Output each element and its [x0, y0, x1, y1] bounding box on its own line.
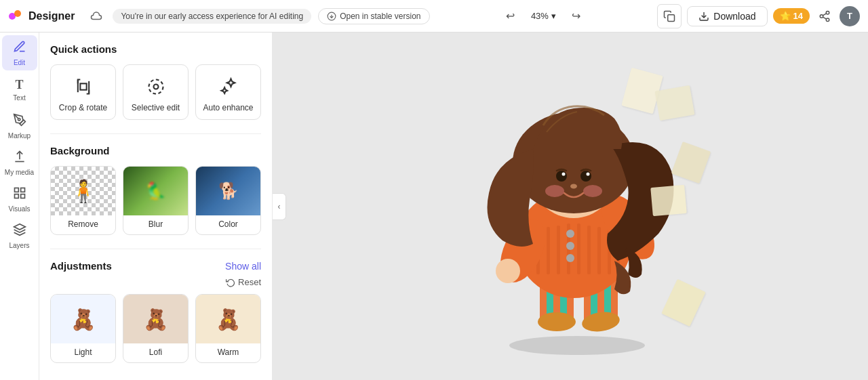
color-figure: 🐕 — [218, 182, 239, 200]
svg-marker-17 — [14, 224, 25, 229]
auto-enhance-icon — [216, 75, 241, 99]
crop-rotate-label: Crop & rotate — [59, 103, 107, 112]
svg-rect-42 — [597, 227, 601, 274]
crop-rotate-icon — [71, 75, 96, 99]
sidebar-item-label-layers: Layers — [9, 242, 29, 249]
svg-point-61 — [583, 185, 602, 197]
redo-button[interactable]: ↪ — [567, 7, 586, 26]
bg-blur-label: Blur — [123, 215, 188, 234]
collapse-handle[interactable]: ‹ — [273, 193, 286, 220]
sidebar-item-label-text: Text — [13, 94, 25, 102]
reset-button[interactable]: Reset — [226, 277, 261, 287]
auto-enhance-label: Auto enhance — [203, 103, 253, 112]
background-title: Background — [50, 145, 261, 156]
undo-button[interactable]: ↩ — [501, 7, 520, 26]
bg-remove-label: Remove — [51, 215, 115, 234]
adj-thumb-warm: 🧸 — [196, 295, 260, 343]
svg-point-6 — [820, 14, 823, 18]
adjustments-header: Adjustments Show all — [50, 260, 261, 272]
sidebar-item-label-edit: Edit — [14, 59, 25, 66]
sidebar-item-text[interactable]: T Text — [2, 72, 37, 107]
adjustments-title: Adjustments — [50, 260, 112, 272]
bg-card-remove[interactable]: 🧍 Remove — [50, 166, 116, 235]
sidebar-item-my-media[interactable]: My media — [2, 145, 37, 180]
show-all-link[interactable]: Show all — [225, 261, 261, 272]
text-icon: T — [15, 78, 23, 92]
visuals-icon — [13, 186, 26, 203]
copy-button[interactable] — [657, 4, 682, 28]
app-name: Designer — [28, 10, 75, 22]
sidebar-item-markup[interactable]: Markup — [2, 108, 37, 144]
sidebar-item-layers[interactable]: Layers — [2, 218, 37, 253]
topbar-center: ↩ 43% ▾ ↪ — [437, 7, 651, 26]
icon-sidebar: Edit T Text Markup — [0, 33, 39, 380]
tools-panel: Quick actions Crop & rotate — [39, 33, 273, 380]
svg-point-23 — [509, 336, 645, 355]
adj-thumb-light: 🧸 — [51, 295, 115, 343]
svg-line-9 — [823, 13, 826, 15]
zoom-control[interactable]: 43% ▾ — [526, 8, 561, 24]
coins-badge[interactable]: ⭐ 14 — [773, 8, 810, 24]
bg-color-label: Color — [196, 215, 260, 234]
avatar-button[interactable]: T — [840, 6, 860, 26]
svg-rect-14 — [20, 188, 24, 192]
note-2 — [655, 85, 695, 120]
svg-point-21 — [149, 80, 163, 94]
bg-thumb-remove: 🧍 — [51, 167, 115, 215]
sidebar-item-edit[interactable]: Edit — [2, 35, 37, 70]
topbar: Designer You're in our early access expe… — [0, 0, 868, 33]
quick-action-crop-rotate[interactable]: Crop & rotate — [50, 64, 116, 120]
adj-lofi-label: Lofi — [123, 343, 188, 362]
reset-label: Reset — [238, 277, 261, 287]
svg-rect-41 — [587, 226, 591, 274]
bg-thumb-blur: 🦜 — [123, 167, 188, 215]
download-label: Download — [713, 11, 755, 22]
adj-card-light[interactable]: 🧸 Light — [50, 294, 116, 363]
svg-rect-20 — [80, 83, 86, 89]
cloud-button[interactable] — [87, 7, 106, 26]
sidebar-item-label-my-media: My media — [5, 169, 34, 176]
sidebar-item-label-visuals: Visuals — [8, 205, 30, 213]
svg-line-8 — [823, 17, 826, 19]
bg-card-blur[interactable]: 🦜 Blur — [123, 166, 189, 235]
quick-action-auto-enhance[interactable]: Auto enhance — [195, 64, 261, 120]
sidebar-item-visuals[interactable]: Visuals — [2, 182, 37, 217]
quick-action-selective-edit[interactable]: Selective edit — [123, 64, 189, 120]
svg-point-28 — [538, 312, 576, 331]
adjustments-grid: 🧸 Light 🧸 Lofi 🧸 Warm — [50, 294, 261, 363]
bg-card-color[interactable]: 🐕 Color — [195, 166, 261, 235]
adj-light-label: Light — [51, 343, 115, 362]
download-button[interactable]: Download — [687, 6, 767, 26]
adj-card-warm[interactable]: 🧸 Warm — [195, 294, 261, 363]
svg-point-47 — [566, 254, 574, 262]
background-section: Background 🧍 Remove 🦜 Blur — [50, 145, 261, 235]
svg-rect-16 — [14, 194, 18, 198]
my-media-icon — [13, 150, 26, 167]
svg-point-57 — [562, 172, 566, 175]
svg-rect-13 — [14, 188, 18, 192]
svg-rect-38 — [557, 226, 560, 274]
svg-point-60 — [545, 185, 564, 197]
zoom-level: 43% — [531, 11, 549, 21]
quick-actions-grid: Crop & rotate Selective edit — [50, 64, 261, 120]
markup-icon — [13, 113, 26, 130]
svg-point-49 — [496, 259, 520, 283]
svg-point-1 — [14, 10, 21, 17]
main-content: Edit T Text Markup — [0, 33, 868, 380]
early-access-text: You're in our early access experience fo… — [121, 12, 303, 21]
coins-count: 14 — [793, 11, 803, 21]
avatar-letter: T — [847, 11, 852, 21]
topbar-right: Download ⭐ 14 T — [657, 4, 860, 28]
zoom-chevron-icon: ▾ — [551, 11, 556, 21]
adj-warm-label: Warm — [196, 343, 260, 362]
selective-edit-icon — [144, 75, 168, 99]
sidebar-item-label-markup: Markup — [8, 132, 31, 140]
stable-version-button[interactable]: Open in stable version — [318, 8, 429, 24]
stable-version-label: Open in stable version — [340, 12, 420, 21]
svg-point-46 — [566, 242, 574, 250]
edit-icon — [13, 40, 26, 57]
quick-actions-title: Quick actions — [50, 43, 261, 55]
share-button[interactable] — [815, 7, 834, 26]
adj-card-lofi[interactable]: 🧸 Lofi — [123, 294, 189, 363]
canvas-area: ‹ — [273, 33, 868, 380]
